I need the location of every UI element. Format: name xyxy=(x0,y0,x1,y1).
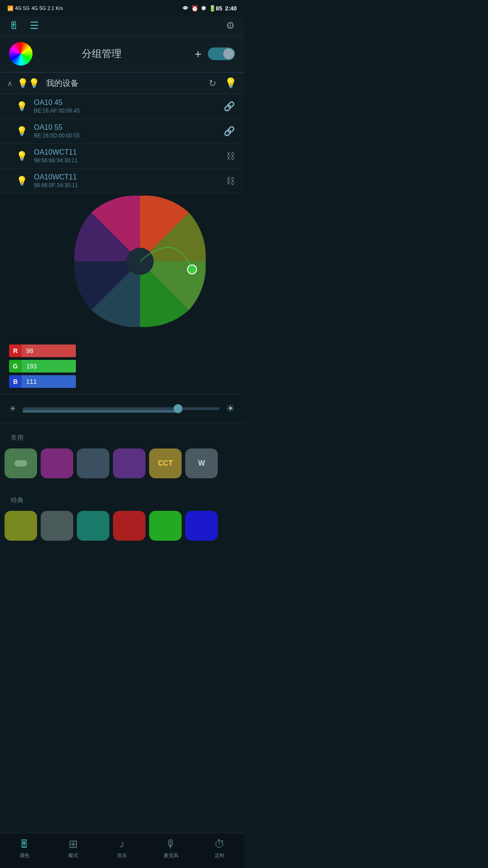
device-group-header: ∧ 💡💡 我的设备 ↻ 💡 xyxy=(0,73,244,94)
status-right: 👁 ⏰ ✱ 🔋85 2:40 xyxy=(183,5,237,12)
device-item-3: 💡 OA10WCT11 98:66:0F:34:30:11 ⛓ xyxy=(0,169,244,193)
group-bulbs-icon: 💡💡 xyxy=(17,78,40,89)
preset-swatch-2[interactable] xyxy=(77,448,109,478)
device-name-1[interactable]: OA10 55 xyxy=(34,123,217,132)
group-name-label: 我的设备 xyxy=(46,78,204,89)
speed: 4G 5G 2.1 K/s xyxy=(31,5,63,11)
header-actions: + xyxy=(195,47,235,61)
common-label: 常用 xyxy=(5,430,239,444)
device-mac-2: 98:66:66:34:30:11 xyxy=(34,157,220,164)
g-value[interactable]: 193 xyxy=(22,360,76,373)
device-info-1: OA10 55 BE:16:5D:00:00:55 xyxy=(34,123,217,139)
link-broken-icon-3[interactable]: ⛓ xyxy=(226,176,235,186)
slider-fill xyxy=(23,410,180,413)
preset-classic-4[interactable] xyxy=(149,511,182,541)
device-item: 💡 OA10 45 BE:16:AF:00:06:45 🔗 xyxy=(0,94,244,119)
classic-label: 经典 xyxy=(5,493,239,506)
rgb-b-row: B 111 xyxy=(9,375,235,388)
preset-classic-5[interactable] xyxy=(185,511,218,541)
device-name-0[interactable]: OA10 45 xyxy=(34,99,217,107)
add-group-button[interactable]: + xyxy=(195,47,202,61)
device-item-2: 💡 OA10WCT11 98:66:66:34:30:11 ⛓ xyxy=(0,144,244,169)
preset-classic-0[interactable] xyxy=(5,511,37,541)
device-mac-0: BE:16:AF:00:06:45 xyxy=(34,108,217,114)
device-name-2[interactable]: OA10WCT11 xyxy=(34,148,220,156)
device-info-3: OA10WCT11 98:66:0F:34:30:11 xyxy=(34,173,220,189)
status-bar: 📶 4G 5G 4G 5G 2.1 K/s 👁 ⏰ ✱ 🔋85 2:40 xyxy=(0,0,244,16)
brightness-high-icon: ☀ xyxy=(226,403,235,415)
rgb-r-row: R 98 xyxy=(9,344,235,357)
link-icon-1[interactable]: 🔗 xyxy=(224,126,235,137)
power-toggle[interactable] xyxy=(208,47,235,60)
classic-presets-row xyxy=(5,511,239,541)
bottom-spacer xyxy=(0,548,244,584)
brightness-row: ☀ ☀ xyxy=(0,394,244,423)
device-bulb-icon-2: 💡 xyxy=(16,151,28,161)
link-icon-0[interactable]: 🔗 xyxy=(224,101,235,112)
device-info-0: OA10 45 BE:16:AF:00:06:45 xyxy=(34,99,217,114)
device-bulb-icon-3: 💡 xyxy=(16,175,28,186)
color-wheel-svg[interactable] xyxy=(72,193,208,329)
preset-swatch-1[interactable] xyxy=(41,448,73,478)
signal-icons: 📶 4G 5G xyxy=(7,5,29,11)
alarm-icon: ⏰ xyxy=(191,5,198,12)
slider-knob[interactable] xyxy=(174,404,183,413)
toggle-knob xyxy=(223,48,234,59)
settings-icon[interactable]: ⚙ xyxy=(226,20,235,32)
brightness-slider[interactable] xyxy=(23,407,220,410)
collapse-chevron[interactable]: ∧ xyxy=(7,79,13,88)
clock: 2:40 xyxy=(225,5,237,12)
device-mac-3: 98:66:0F:34:30:11 xyxy=(34,182,220,189)
common-presets-section: 常用 CCT W xyxy=(0,423,244,486)
preset-classic-1[interactable] xyxy=(41,511,73,541)
preset-classic-3[interactable] xyxy=(113,511,145,541)
refresh-icon[interactable]: ↻ xyxy=(209,78,216,89)
device-item-1: 💡 OA10 55 BE:16:5D:00:00:55 🔗 xyxy=(0,119,244,144)
group-toggle-bulb[interactable]: 💡 xyxy=(225,77,237,89)
device-bulb-icon-0: 💡 xyxy=(16,101,28,112)
status-left: 📶 4G 5G 4G 5G 2.1 K/s xyxy=(7,5,63,11)
rgb-values-section: R 98 G 193 B 111 xyxy=(0,338,244,394)
device-list: 💡 OA10 45 BE:16:AF:00:06:45 🔗 💡 OA10 55 … xyxy=(0,94,244,193)
preset-classic-2[interactable] xyxy=(77,511,109,541)
device-info-2: OA10WCT11 98:66:66:34:30:11 xyxy=(34,148,220,164)
active-indicator xyxy=(14,460,27,467)
list-icon[interactable]: ☰ xyxy=(30,20,39,32)
header: 分组管理 + xyxy=(0,36,244,72)
bluetooth-icon: ✱ xyxy=(201,5,206,12)
b-label: B xyxy=(9,375,22,388)
top-nav: 🎚 ☰ ⚙ xyxy=(0,16,244,36)
brightness-low-icon: ☀ xyxy=(9,404,16,414)
rgb-g-row: G 193 xyxy=(9,360,235,373)
color-wheel-area[interactable] xyxy=(0,193,244,338)
preset-swatch-3[interactable] xyxy=(113,448,145,478)
nav-icons-left: 🎚 ☰ xyxy=(9,20,39,32)
b-value[interactable]: 111 xyxy=(22,375,76,388)
r-label: R xyxy=(9,344,22,357)
equalizer-icon[interactable]: 🎚 xyxy=(9,20,19,32)
classic-presets-section: 经典 xyxy=(0,486,244,548)
r-value[interactable]: 98 xyxy=(22,344,76,357)
preset-swatch-cct[interactable]: CCT xyxy=(149,448,182,478)
eye-icon: 👁 xyxy=(183,5,188,12)
battery: 🔋85 xyxy=(209,5,222,12)
preset-swatch-white[interactable]: W xyxy=(185,448,218,478)
device-mac-1: BE:16:5D:00:00:55 xyxy=(34,132,217,139)
color-wheel[interactable] xyxy=(72,193,208,329)
g-label: G xyxy=(9,360,22,373)
link-broken-icon-2[interactable]: ⛓ xyxy=(226,151,235,161)
device-bulb-icon-1: 💡 xyxy=(16,126,28,137)
preset-swatch-0[interactable] xyxy=(5,448,37,478)
common-presets-row: CCT W xyxy=(5,448,239,478)
page-title: 分组管理 xyxy=(9,47,195,61)
device-name-3[interactable]: OA10WCT11 xyxy=(34,173,220,181)
